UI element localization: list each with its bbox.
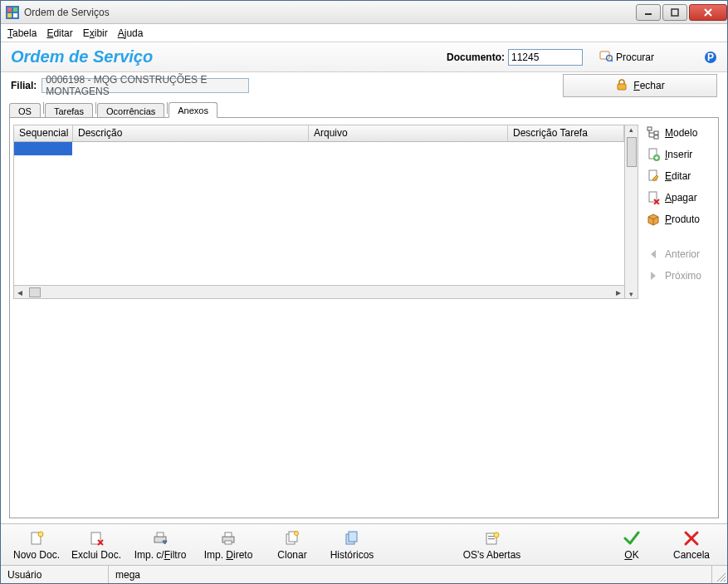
minimize-button[interactable] — [636, 4, 661, 21]
window-title: Ordem de Serviços — [24, 7, 634, 18]
svg-rect-3 — [7, 13, 12, 17]
app-window: Ordem de Serviços Tabela Editar Exibir A… — [0, 0, 728, 584]
anterior-button: Anterior — [647, 248, 713, 261]
vertical-scrollbar[interactable]: ▴ ▾ — [624, 125, 638, 298]
scroll-up-icon[interactable]: ▴ — [629, 125, 633, 134]
anterior-label: Anterior — [665, 248, 700, 260]
clonar-button[interactable]: Clonar — [265, 529, 320, 561]
lock-icon — [615, 78, 628, 94]
p-badge-icon[interactable]: P — [704, 51, 717, 64]
tab-ocorrencias[interactable]: Ocorrências — [97, 103, 164, 118]
procurar-button[interactable]: Procurar — [599, 49, 654, 65]
clone-icon — [283, 529, 301, 547]
svg-rect-1 — [7, 7, 12, 12]
toolbar-bottom: Novo Doc. Exclui Doc. Imp. c/Filtro Imp.… — [1, 523, 727, 565]
close-button[interactable] — [689, 4, 727, 21]
tab-os[interactable]: OS — [9, 103, 41, 118]
inserir-button[interactable]: Inserir — [647, 148, 713, 161]
procurar-label: Procurar — [616, 52, 654, 63]
horizontal-scrollbar[interactable]: ◂ ▸ — [14, 285, 624, 298]
col-sequencial[interactable]: Sequencial — [14, 125, 73, 141]
modelo-label: Modelo — [665, 127, 697, 139]
scroll-right-icon[interactable]: ▸ — [613, 287, 624, 298]
delete-document-icon — [87, 529, 105, 547]
filial-value: 0006198 - MQG CONSTRUÇÕES E MONTAGENS — [46, 74, 245, 97]
arrow-right-icon — [647, 269, 660, 282]
svg-rect-32 — [157, 532, 164, 537]
selected-cell[interactable] — [14, 142, 72, 155]
check-icon — [623, 529, 641, 547]
header-band: Ordem de Serviço Documento: Procurar P — [1, 42, 727, 72]
fechar-label: Fechar — [633, 80, 664, 91]
grid-header: Sequencial Descrição Arquivo Descrição T… — [14, 125, 624, 142]
col-descricao[interactable]: Descrição — [73, 125, 309, 141]
svg-rect-15 — [647, 127, 652, 130]
window-controls — [634, 4, 727, 21]
new-document-icon — [27, 529, 46, 547]
tab-anexos[interactable]: Anexos — [169, 102, 217, 118]
cancela-button[interactable]: Cancela — [664, 529, 719, 561]
svg-rect-17 — [654, 135, 658, 139]
exclui-doc-button[interactable]: Exclui Doc. — [69, 529, 124, 561]
svg-point-38 — [295, 531, 299, 535]
col-descricao-tarefa[interactable]: Descrição Tarefa — [508, 125, 624, 141]
editar-label: Editar — [665, 170, 691, 182]
produto-button[interactable]: Produto — [647, 213, 713, 226]
imp-cfiltro-label: Imp. c/Filtro — [134, 549, 187, 561]
svg-rect-14 — [618, 84, 626, 90]
modelo-button[interactable]: Modelo — [647, 126, 713, 140]
box-icon — [647, 213, 660, 226]
arrow-left-icon — [647, 248, 660, 261]
menu-exibir[interactable]: Exibir — [83, 27, 108, 39]
svg-point-27 — [38, 532, 43, 537]
module-title: Ordem de Serviço — [11, 47, 153, 66]
tab-tarefas[interactable]: Tarefas — [45, 103, 93, 118]
editar-button[interactable]: Editar — [647, 169, 713, 183]
historicos-label: Históricos — [330, 549, 374, 561]
svg-line-49 — [724, 580, 726, 582]
menu-editar[interactable]: Editar — [46, 27, 72, 39]
imp-cfiltro-button[interactable]: Imp. c/Filtro — [129, 529, 192, 561]
cancela-label: Cancela — [673, 549, 710, 561]
document-add-icon — [647, 148, 660, 161]
ok-button[interactable]: OK — [604, 529, 659, 561]
scroll-left-icon[interactable]: ◂ — [14, 287, 26, 298]
historicos-button[interactable]: Históricos — [325, 529, 379, 561]
proximo-label: Próximo — [665, 270, 701, 282]
clonar-label: Clonar — [277, 549, 306, 561]
hscroll-thumb[interactable] — [29, 287, 41, 297]
document-edit-icon — [647, 169, 660, 183]
imp-direto-label: Imp. Direto — [204, 549, 253, 561]
fechar-button[interactable]: Fechar — [563, 74, 717, 97]
svg-rect-2 — [13, 7, 17, 12]
menu-tabela[interactable]: Tabela — [7, 27, 37, 39]
maximize-button[interactable] — [662, 4, 687, 21]
exclui-doc-label: Exclui Doc. — [71, 549, 121, 561]
apagar-button[interactable]: Apagar — [647, 191, 713, 204]
status-usuario-value: mega — [109, 566, 712, 583]
col-arquivo[interactable]: Arquivo — [309, 125, 508, 141]
filial-label: Filial: — [11, 80, 37, 91]
oss-abertas-button[interactable]: OS's Abertas — [461, 529, 524, 561]
print-icon — [219, 529, 237, 547]
svg-rect-16 — [654, 131, 658, 135]
imp-direto-button[interactable]: Imp. Direto — [197, 529, 260, 561]
documento-input[interactable] — [508, 49, 583, 66]
scroll-down-icon[interactable]: ▾ — [629, 290, 633, 298]
produto-label: Produto — [665, 213, 700, 225]
resize-grip[interactable] — [712, 566, 727, 583]
vscroll-thumb[interactable] — [627, 137, 637, 167]
tree-icon — [647, 126, 660, 140]
ok-label: OK — [624, 549, 638, 561]
menu-ajuda[interactable]: Ajuda — [118, 27, 144, 39]
filial-row: Filial: 0006198 - MQG CONSTRUÇÕES E MONT… — [1, 72, 727, 99]
status-usuario-label: Usuário — [1, 566, 109, 583]
menu-tabela-rest: abela — [12, 27, 37, 39]
search-icon — [599, 49, 613, 65]
novo-doc-button[interactable]: Novo Doc. — [9, 529, 64, 561]
open-orders-icon — [483, 529, 501, 547]
svg-text:P: P — [707, 52, 714, 63]
grid-body[interactable] — [14, 142, 624, 285]
workarea: Sequencial Descrição Arquivo Descrição T… — [9, 117, 719, 518]
svg-rect-6 — [672, 9, 678, 16]
